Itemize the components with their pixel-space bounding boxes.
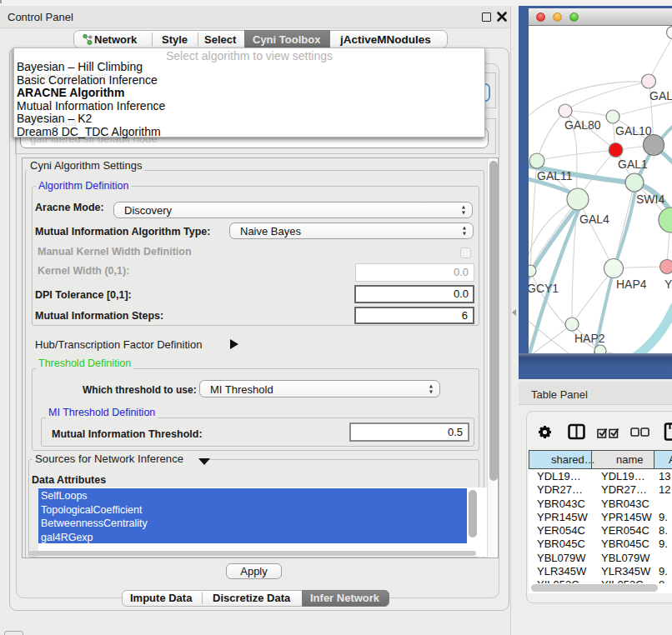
svg-text:HAP4: HAP4 (616, 278, 647, 291)
svg-text:GAL1: GAL1 (618, 158, 648, 171)
svg-text:GAL10: GAL10 (615, 124, 652, 138)
svg-text:Y: Y (664, 278, 672, 291)
svg-text:GAL11: GAL11 (537, 169, 573, 182)
svg-text:GAL4: GAL4 (579, 212, 609, 226)
svg-text:HAP2: HAP2 (574, 332, 605, 345)
svg-text:GAL80: GAL80 (564, 118, 601, 132)
svg-text:GCY1: GCY1 (529, 282, 559, 295)
svg-text:SWI4: SWI4 (636, 192, 664, 206)
svg-text:GAL: GAL (649, 89, 672, 102)
